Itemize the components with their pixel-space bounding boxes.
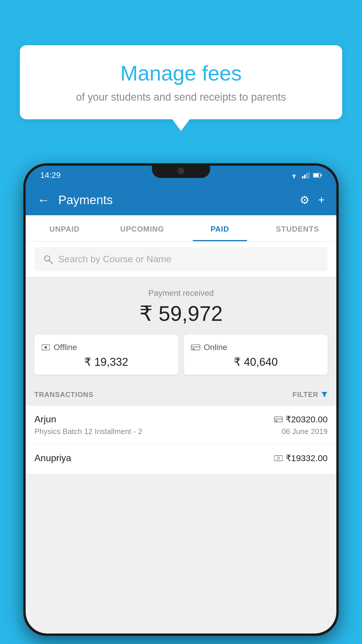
transaction-row-anupriya[interactable]: Anupriya ₹19332.00 — [26, 444, 336, 474]
app-bar: ← Payments ⚙ + — [26, 185, 336, 215]
wifi-icon — [290, 172, 298, 178]
transaction-amount-arjun: ₹20320.00 — [286, 414, 328, 424]
status-time: 14:29 — [40, 171, 61, 180]
transaction-amount-section-arjun: ₹20320.00 — [274, 414, 328, 424]
battery-icon — [313, 173, 322, 178]
app-bar-icons: ⚙ + — [300, 194, 325, 206]
svg-rect-15 — [191, 346, 200, 348]
cash-payment-icon-anupriya — [274, 455, 283, 461]
payment-total-amount: ₹ 59,972 — [34, 301, 328, 326]
transaction-name-arjun: Arjun — [34, 414, 56, 425]
bubble-arrow — [172, 119, 190, 131]
search-input[interactable]: Search by Course or Name — [58, 254, 171, 265]
offline-icon — [41, 344, 50, 351]
svg-rect-13 — [48, 346, 50, 349]
svg-rect-16 — [192, 349, 195, 349]
speech-bubble-container: Manage fees of your students and send re… — [20, 45, 342, 131]
tab-paid[interactable]: PAID — [181, 215, 259, 241]
svg-line-9 — [49, 260, 52, 264]
add-button[interactable]: + — [318, 194, 325, 206]
search-icon — [43, 254, 53, 264]
transactions-label: TRANSACTIONS — [34, 391, 94, 399]
online-icon — [191, 344, 200, 351]
transaction-row-arjun[interactable]: Arjun ₹20320.00 Physics Batch 12 Install… — [26, 406, 336, 444]
phone-screen: 14:29 — [26, 166, 336, 634]
svg-rect-18 — [274, 418, 282, 420]
transaction-top-arjun: Arjun ₹20320.00 — [34, 414, 328, 425]
svg-rect-7 — [321, 174, 322, 176]
transaction-course-arjun: Physics Batch 12 Installment - 2 — [34, 427, 142, 436]
transaction-amount-anupriya: ₹19332.00 — [286, 453, 328, 463]
bubble-subtitle: of your students and send receipts to pa… — [37, 91, 325, 103]
phone-wrapper: 14:29 — [23, 163, 339, 644]
phone-frame: 14:29 — [23, 163, 339, 636]
card-payment-icon-arjun — [274, 416, 283, 423]
svg-point-0 — [294, 177, 295, 178]
filter-icon — [321, 391, 328, 398]
svg-rect-4 — [308, 172, 310, 178]
online-card-header: Online — [191, 343, 321, 352]
svg-rect-6 — [314, 174, 319, 177]
search-bar[interactable]: Search by Course or Name — [34, 247, 328, 271]
speech-bubble: Manage fees of your students and send re… — [20, 45, 342, 119]
svg-rect-3 — [306, 173, 307, 178]
tab-students[interactable]: STUDENTS — [259, 215, 337, 241]
offline-card-header: Offline — [41, 343, 171, 352]
payment-received-label: Payment received — [34, 288, 328, 298]
transaction-date-arjun: 06 June 2019 — [282, 427, 328, 436]
tabs-container: UNPAID UPCOMING PAID STUDENTS — [26, 215, 336, 242]
filter-section[interactable]: FILTER — [293, 391, 328, 399]
search-container: Search by Course or Name — [26, 242, 336, 277]
filter-label: FILTER — [293, 391, 318, 399]
offline-amount: ₹ 19,332 — [41, 356, 171, 368]
back-button[interactable]: ← — [37, 193, 50, 207]
transaction-bottom-arjun: Physics Batch 12 Installment - 2 06 June… — [34, 427, 328, 436]
online-payment-card: Online ₹ 40,640 — [184, 335, 328, 375]
phone-notch — [152, 163, 210, 178]
app-bar-title: Payments — [58, 193, 291, 207]
settings-button[interactable]: ⚙ — [300, 194, 310, 206]
svg-point-11 — [45, 346, 47, 349]
online-amount: ₹ 40,640 — [191, 356, 321, 368]
svg-rect-23 — [281, 457, 282, 459]
offline-payment-card: Offline ₹ 19,332 — [34, 335, 178, 375]
tab-unpaid[interactable]: UNPAID — [26, 215, 103, 241]
transaction-amount-section-anupriya: ₹19332.00 — [274, 453, 328, 463]
transaction-name-anupriya: Anupriya — [34, 453, 71, 463]
svg-rect-19 — [275, 421, 277, 421]
transactions-header: TRANSACTIONS FILTER — [26, 384, 336, 406]
online-type-label: Online — [204, 343, 227, 352]
tab-upcoming[interactable]: UPCOMING — [103, 215, 181, 241]
front-camera — [178, 167, 184, 174]
offline-type-label: Offline — [54, 343, 77, 352]
payment-cards: Offline ₹ 19,332 O — [34, 335, 328, 375]
svg-rect-1 — [302, 176, 303, 178]
status-icons — [290, 172, 322, 178]
svg-rect-22 — [274, 457, 276, 459]
payment-received-section: Payment received ₹ 59,972 — [26, 277, 336, 384]
bubble-title: Manage fees — [37, 61, 325, 85]
svg-rect-12 — [42, 346, 43, 349]
signal-icon — [302, 172, 310, 178]
svg-point-21 — [277, 457, 280, 459]
transaction-top-anupriya: Anupriya ₹19332.00 — [34, 453, 328, 463]
svg-rect-2 — [304, 175, 305, 178]
